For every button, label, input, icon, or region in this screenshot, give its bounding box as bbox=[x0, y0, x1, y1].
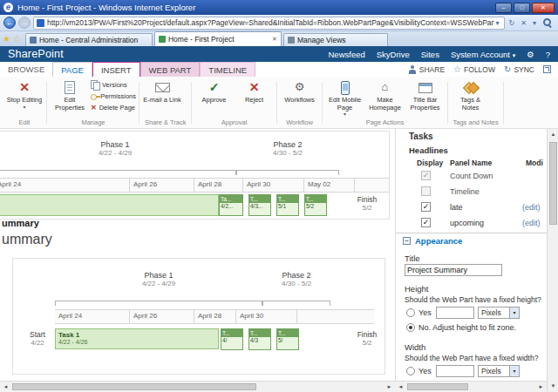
width-units-dropdown[interactable]: Pixels ▾ bbox=[478, 365, 520, 377]
countdown-checkbox[interactable] bbox=[421, 171, 431, 180]
task-name: T... bbox=[277, 195, 298, 203]
group-label-edit: Edit bbox=[5, 118, 44, 128]
scroll-right-icon[interactable]: ► bbox=[535, 382, 547, 392]
task-box[interactable]: T... 5/2 bbox=[304, 194, 327, 216]
reject-button[interactable]: ✕ Reject bbox=[235, 78, 274, 105]
scroll-left-icon[interactable]: ◄ bbox=[395, 382, 406, 392]
width-yes-radio[interactable] bbox=[406, 367, 415, 375]
height-yes-radio[interactable] bbox=[406, 308, 415, 317]
height-yes-label: Yes bbox=[418, 308, 432, 317]
vertical-scrollbar[interactable]: ▲ ▼ bbox=[547, 129, 558, 392]
tab-browse[interactable]: BROWSE bbox=[0, 62, 52, 77]
height-no-radio[interactable] bbox=[406, 323, 415, 332]
task-box[interactable]: T... 4/3... bbox=[248, 194, 271, 216]
appearance-section-header[interactable]: Appearance bbox=[415, 236, 462, 246]
content-horizontal-scrollbar[interactable]: ◄ ► bbox=[0, 381, 395, 392]
title-bar-properties-button[interactable]: Title Bar Properties bbox=[406, 78, 445, 112]
tab-timeline[interactable]: TIMELINE bbox=[200, 62, 255, 77]
add-favorite-icon[interactable]: ☆ bbox=[13, 35, 21, 44]
minimize-button[interactable]: – bbox=[495, 3, 512, 13]
scroll-down-icon[interactable]: ▼ bbox=[548, 381, 558, 392]
stop-button[interactable]: ✕ bbox=[519, 19, 528, 27]
task-box[interactable]: T... 4/3 bbox=[248, 328, 271, 350]
forward-button[interactable]: → bbox=[18, 17, 31, 29]
collapse-section-icon[interactable]: − bbox=[403, 237, 411, 245]
pane-horizontal-scrollbar[interactable]: ◄ ► bbox=[395, 381, 547, 392]
approve-label: Approve bbox=[202, 97, 227, 105]
finish-date: 5/2 bbox=[351, 339, 383, 347]
share-button[interactable]: SHARE bbox=[409, 65, 445, 74]
task-box[interactable]: Ta... 4/2... bbox=[219, 194, 243, 216]
scroll-right-icon[interactable]: ► bbox=[384, 382, 395, 392]
permissions-button[interactable]: Permissions bbox=[91, 91, 136, 101]
late-checkbox[interactable] bbox=[421, 202, 431, 212]
task-date: 5/1 bbox=[277, 203, 298, 209]
tags-notes-label: Tags & Notes bbox=[452, 97, 490, 112]
title-input[interactable] bbox=[405, 264, 502, 276]
tab-insert[interactable]: INSERT bbox=[92, 62, 140, 77]
back-button[interactable]: ← bbox=[3, 17, 16, 29]
task-bar[interactable] bbox=[0, 194, 219, 216]
suite-bar: SharePoint Newsfeed SkyDrive Sites Syste… bbox=[0, 46, 558, 62]
task-box[interactable]: T... 4/ bbox=[221, 328, 243, 350]
tab-page[interactable]: PAGE bbox=[52, 62, 92, 77]
horizontal-scroll-thumb[interactable] bbox=[407, 383, 468, 390]
timeline-checkbox[interactable] bbox=[421, 186, 431, 196]
settings-gear-icon[interactable]: ⚙ bbox=[527, 50, 534, 59]
delete-page-button[interactable]: ✕ Delete Page bbox=[91, 103, 136, 112]
tab-web-part[interactable]: WEB PART bbox=[140, 62, 201, 77]
vertical-scroll-thumb[interactable] bbox=[549, 142, 557, 225]
scroll-left-icon[interactable]: ◄ bbox=[0, 382, 11, 392]
edit-mobile-page-button[interactable]: Edit Mobile Page ▾ bbox=[326, 78, 364, 118]
horizontal-scroll-thumb[interactable] bbox=[12, 383, 256, 390]
follow-button[interactable]: ☆ FOLLOW bbox=[453, 65, 495, 74]
refresh-button[interactable]: ↻ bbox=[507, 19, 517, 27]
account-menu[interactable]: System Account ▾ bbox=[451, 50, 515, 59]
help-icon[interactable]: ? bbox=[546, 50, 550, 59]
task-1-bar[interactable]: Task 1 4/22 - 4/26 bbox=[55, 328, 219, 349]
approve-button[interactable]: ✓ Approve bbox=[195, 78, 234, 105]
versions-button[interactable]: Versions bbox=[91, 80, 136, 90]
axis-tick: May 02 bbox=[304, 179, 355, 192]
height-units-dropdown[interactable]: Pixels ▾ bbox=[478, 307, 520, 319]
email-link-button[interactable]: E-mail a Link bbox=[143, 78, 181, 105]
url-box[interactable]: http://vm2013/PWA/First%20Project/defaul… bbox=[33, 17, 505, 30]
browser-tab-central-admin[interactable]: Home - Central Administration bbox=[25, 33, 153, 46]
sync-button[interactable]: ↻ SYNC bbox=[504, 65, 534, 74]
height-value-input[interactable] bbox=[436, 307, 474, 319]
browser-tab-first-project[interactable]: Home - First Project ✕ bbox=[154, 31, 282, 46]
stop-editing-button[interactable]: ✕ Stop Editing ▾ bbox=[5, 78, 44, 111]
maximize-button[interactable]: □ bbox=[514, 3, 530, 13]
scroll-up-icon[interactable]: ▲ bbox=[548, 129, 558, 140]
tab-close-icon[interactable]: ✕ bbox=[272, 36, 277, 43]
task-box[interactable]: T... 5/ bbox=[276, 328, 299, 350]
task-date: 4/3 bbox=[249, 337, 270, 343]
phase-1-bracket bbox=[55, 301, 262, 305]
focus-mode-icon[interactable] bbox=[543, 65, 551, 73]
sharepoint-brand: SharePoint bbox=[8, 48, 64, 60]
search-icon[interactable] bbox=[543, 18, 552, 27]
newsfeed-link[interactable]: Newsfeed bbox=[329, 50, 365, 59]
upcoming-checkbox[interactable] bbox=[421, 218, 431, 227]
edit-properties-button[interactable]: Edit Properties bbox=[51, 78, 89, 112]
task-box[interactable]: T... 5/1 bbox=[276, 194, 299, 216]
timeline-webpart-top[interactable]: Phase 1 4/22 - 4/29 Phase 2 4/30 - 5/2 A… bbox=[0, 131, 390, 220]
browser-tab-manage-views[interactable]: Manage Views bbox=[283, 33, 388, 46]
edit-link[interactable]: (edit) bbox=[522, 203, 541, 212]
ribbon-group-page-actions: Edit Mobile Page ▾ ⌂ Make Homepage Title… bbox=[323, 78, 448, 128]
phase-2-bracket bbox=[236, 170, 339, 174]
favorites-icon[interactable]: ★ bbox=[3, 35, 10, 44]
width-value-input[interactable] bbox=[436, 365, 474, 377]
make-homepage-button[interactable]: ⌂ Make Homepage bbox=[366, 78, 405, 112]
edit-link[interactable]: (edit) bbox=[522, 219, 541, 227]
timeline-webpart-summary[interactable]: Phase 1 4/22 - 4/29 Phase 2 4/30 - 5/2 A… bbox=[12, 258, 385, 375]
tags-notes-button[interactable]: Tags & Notes bbox=[452, 78, 490, 112]
ie-icon: e bbox=[3, 3, 13, 12]
workflows-button[interactable]: ⚙ Workflows bbox=[281, 78, 319, 105]
address-dropdown-icon[interactable]: ▾ bbox=[494, 19, 501, 27]
sites-link[interactable]: Sites bbox=[421, 50, 439, 59]
title-label: Title bbox=[405, 253, 420, 263]
search-dropdown-icon[interactable]: ▾ bbox=[531, 19, 538, 27]
skydrive-link[interactable]: SkyDrive bbox=[377, 50, 410, 59]
close-button[interactable]: ✕ bbox=[532, 3, 555, 13]
